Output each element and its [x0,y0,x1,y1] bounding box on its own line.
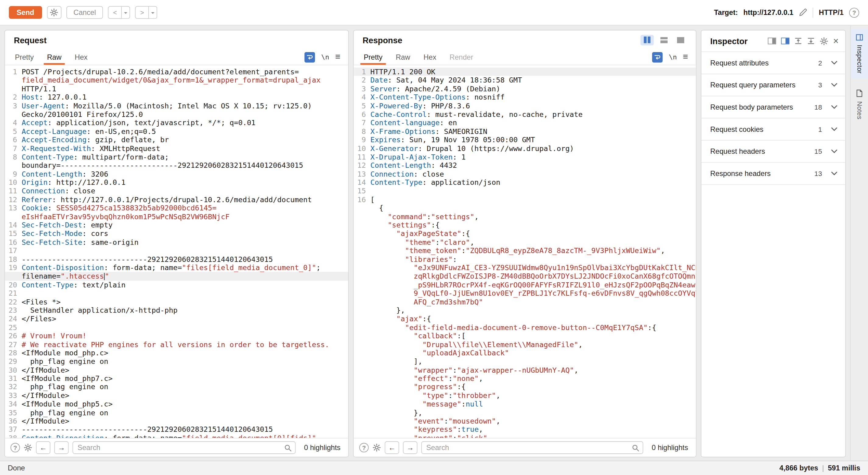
line-number: 16 [5,238,22,246]
line-number [353,400,370,408]
line-number: 6 [5,136,22,144]
code-text: "theme_token":"ZQDBULqR8_eypZ8eA78_8azcT… [370,246,665,255]
layout-rows-button[interactable] [657,35,670,45]
inspector-header: Inspector × [702,30,845,52]
search-help-icon[interactable]: ? [11,443,20,452]
code-row: "ajax":{ [353,315,695,323]
code-text: }, [370,306,405,315]
expand-all-icon[interactable] [807,37,815,45]
code-row: ], [353,357,695,366]
response-panel-header: Response [353,30,695,49]
line-number: 36 [5,417,22,425]
search-next-button[interactable]: → [403,441,417,454]
section-count-badge: 1 [818,125,822,133]
inspector-section-request-headers[interactable]: Request headers15 [702,141,845,163]
code-text: "uploadAjaxCallback" [370,349,509,357]
code-row: 2Host: 127.0.0.1 [5,93,348,102]
inspector-header-icons: × [768,36,839,46]
history-forward-button[interactable]: > [135,6,149,19]
line-number: 7 [353,119,370,127]
close-icon[interactable]: × [833,36,839,46]
http-version-label: HTTP/1 [819,8,844,17]
collapse-all-icon[interactable] [794,37,802,45]
inspector-section-request-cookies[interactable]: Request cookies1 [702,119,845,141]
side-tab-notes[interactable]: Notes [851,84,868,124]
inspector-section-request-attributes[interactable]: Request attributes2 [702,52,845,74]
code-text: 9_VQqLf0-JjUEwn8U1ov0EY_rZPBLJ1Yc7KLFsfq… [370,289,696,297]
code-row: 18-----------------------------292129206… [5,255,348,263]
tab-raw[interactable]: Raw [389,49,417,65]
history-forward-menu-button[interactable] [149,6,157,19]
inspector-section-request-body-parameters[interactable]: Request body parameters18 [702,96,845,119]
code-text: ], [370,357,423,366]
tab-raw[interactable]: Raw [40,49,68,65]
gear-icon [50,8,58,17]
word-wrap-toggle[interactable] [652,52,663,62]
line-number: 25 [5,323,22,331]
search-help-icon[interactable]: ? [360,443,369,452]
layout-single-button[interactable] [674,35,687,45]
inspector-settings-gear-icon[interactable] [820,37,828,45]
search-input[interactable] [426,443,629,451]
show-newlines-toggle[interactable]: \n [321,53,329,61]
section-label: Response headers [710,169,771,178]
line-number: 12 [353,161,370,170]
word-wrap-toggle[interactable] [305,52,315,62]
code-row: 14Sec-Fetch-Dest: empty [5,221,348,230]
request-panel-header: Request [5,30,348,49]
send-button[interactable]: Send [9,6,42,19]
history-back-menu-button[interactable] [122,6,130,19]
inspector-section-request-query-parameters[interactable]: Request query parameters3 [702,74,845,97]
dock-right-icon[interactable] [781,38,789,44]
code-row: 6Cache-Control: must-revalidate, no-cach… [353,110,695,119]
edit-target-icon[interactable] [799,8,807,17]
inspector-section-response-headers[interactable]: Response headers13 [702,163,845,185]
code-text: [ [370,195,375,204]
code-row: "theme_token":"ZQDBULqR8_eypZ8eA78_8azcT… [353,246,695,255]
request-settings-button[interactable] [47,6,61,19]
line-number: 6 [353,110,370,119]
history-back-button[interactable]: < [108,6,122,19]
line-number: 15 [353,187,370,195]
code-row: "event":"mousedown", [353,417,695,425]
tab-pretty[interactable]: Pretty [8,49,40,65]
tab-pretty[interactable]: Pretty [357,49,389,65]
search-input[interactable] [78,443,280,451]
tab-hex[interactable]: Hex [417,49,443,65]
code-text: eIsHfaaETVr3av95yvbqQhzn0kom1P5wPcNSqB2V… [22,213,230,221]
code-row: _pS9HLbR7ROcrPX4f-eqKGrOQ00FAFYFsR7IFZL9… [353,280,695,289]
layout-columns-button[interactable] [641,35,654,45]
code-text: Accept: application/json, text/javascrip… [22,119,255,127]
dock-left-icon[interactable] [768,38,776,44]
code-text: Content-language: en [370,119,457,127]
response-editor[interactable]: 1HTTP/1.1 200 OK2Date: Sat, 04 May 2024 … [353,65,695,438]
cancel-button[interactable]: Cancel [66,6,103,19]
inspector-sections: Request attributes2Request query paramet… [702,52,845,185]
line-number: 32 [5,383,22,391]
code-text: "ajax":{ [370,315,431,323]
side-tab-inspector[interactable]: Inspector [851,29,868,79]
search-settings-gear-icon[interactable] [24,443,32,451]
editor-menu-button[interactable]: ≡ [683,52,688,62]
code-row: "eJx9UNFuwzAI_CE3-YZ9SUUIWdmw8Qyu1n19nSp… [353,263,695,272]
tab-render[interactable]: Render [443,49,480,65]
code-row: filename=".htaccess" [5,272,348,280]
search-settings-gear-icon[interactable] [372,443,381,451]
code-text: php_flag engine on [22,408,108,417]
line-number: 11 [5,187,22,195]
editor-menu-button[interactable]: ≡ [335,52,341,62]
tab-hex[interactable]: Hex [68,49,94,65]
search-prev-button[interactable]: ← [36,441,50,454]
help-icon[interactable]: ? [849,8,859,18]
code-row: "progress":{ [353,383,695,391]
code-row: 11Connection: close [5,187,348,195]
request-editor[interactable]: 1POST /Projects/drupal-10.2.6/media/add/… [5,65,348,438]
search-prev-button[interactable]: ← [385,441,399,454]
code-row: "Drupal\\file\\Element\\ManagedFile", [353,340,695,349]
code-row: 8X-Frame-Options: SAMEORIGIN [353,127,695,136]
line-number [353,297,370,306]
show-newlines-toggle[interactable]: \n [669,53,677,61]
code-row: 38Content-Disposition: form-data; name="… [5,434,348,438]
search-field [72,441,296,454]
search-next-button[interactable]: → [54,441,68,454]
